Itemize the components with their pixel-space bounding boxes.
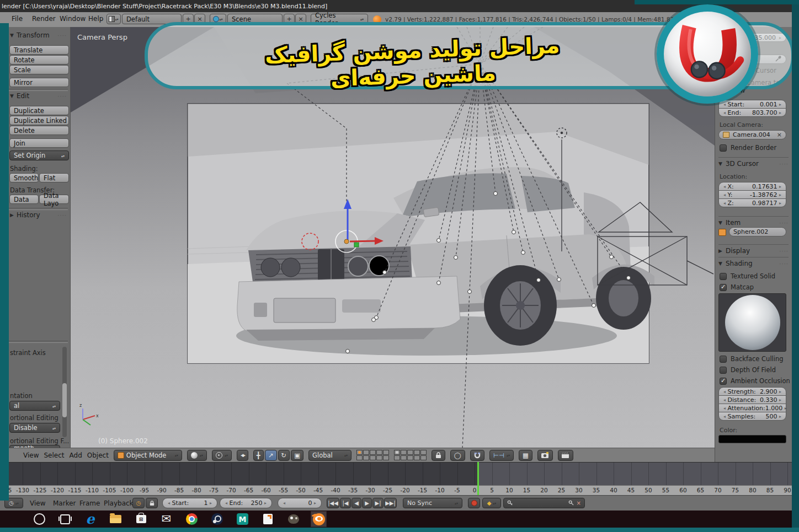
snap-target-icon[interactable]: ▦ — [519, 450, 532, 461]
join-button[interactable]: Join — [9, 138, 69, 148]
duplicate-button[interactable]: Duplicate — [9, 106, 69, 115]
lock-to-scene-icon[interactable] — [432, 450, 445, 461]
render-animation-icon[interactable] — [558, 450, 573, 461]
timeline-menu-marker[interactable]: Marker — [53, 499, 76, 507]
render-border-checkbox[interactable]: Render Border — [720, 144, 776, 152]
operator-scrollbar-thumb[interactable] — [62, 383, 67, 417]
matcap-checkbox[interactable]: Matcap — [720, 283, 754, 291]
color-swatch[interactable] — [718, 435, 786, 443]
panel-item-header[interactable]: ▼Item···· — [718, 216, 789, 227]
record-button[interactable] — [468, 498, 480, 508]
taskbar-cortana-icon[interactable] — [32, 512, 47, 526]
timeline-ruler[interactable]: -135-130-125-120-115-110-105-100-95-90-8… — [0, 485, 799, 496]
item-name-field[interactable]: Sphere.002 — [729, 227, 786, 237]
frame-end-field[interactable]: ◂ End:250 ▸ — [220, 498, 272, 508]
viewport-menu-add[interactable]: Add — [70, 452, 82, 459]
checkbox-checked[interactable] — [720, 378, 727, 385]
delete-button[interactable]: Delete — [9, 126, 69, 135]
translate-button[interactable]: Translate — [9, 45, 69, 55]
clip-start-field[interactable]: ◂ Start:0.001 ▸ — [718, 100, 786, 109]
rotate-button[interactable]: Rotate — [9, 55, 69, 65]
data-button[interactable]: Data — [9, 195, 39, 204]
manipulator-scale-icon[interactable]: ▣ — [291, 450, 303, 461]
layers-grid-2[interactable] — [394, 450, 427, 460]
panel-history-header[interactable]: ▶History···· — [10, 211, 67, 219]
pivot-dropdown[interactable]: ▴▾ — [212, 450, 232, 461]
cursor-x-field[interactable]: ◂ X:0.17631 ▸ — [718, 182, 786, 191]
timeline-menu-view[interactable]: View — [30, 499, 45, 507]
scale-button[interactable]: Scale — [9, 65, 69, 74]
taskbar-blender-icon[interactable] — [311, 512, 326, 526]
manipulator-rotate-icon[interactable]: ↻ — [278, 450, 290, 461]
taskbar-mail-icon[interactable]: ✉ — [159, 512, 174, 526]
render-opengl-icon[interactable] — [537, 450, 553, 461]
panel-transform-header[interactable]: ▼Transform···· — [10, 31, 67, 39]
timeline-menu-playback[interactable]: Playback — [104, 499, 134, 507]
keying-set-dropdown[interactable]: ◆▴▾ — [482, 498, 501, 508]
taskbar-chrome-icon[interactable] — [184, 512, 199, 526]
proportional-dropdown[interactable]: Disable▴▾ — [9, 423, 60, 433]
local-camera-field[interactable]: Camera.004 × — [718, 130, 786, 139]
pivot-align-toggle[interactable]: ◂▸ — [237, 450, 248, 461]
viewport-shading-dropdown[interactable]: ▴▾ — [187, 450, 207, 461]
mode-dropdown[interactable]: Object Mode▴▾ — [114, 450, 182, 461]
next-keyframe-button[interactable]: ▶| — [372, 498, 383, 508]
checkbox-checked[interactable] — [720, 284, 727, 291]
set-origin-dropdown[interactable]: Set Origin▴▾ — [9, 151, 69, 160]
data-layout-button[interactable]: Data Layo — [39, 195, 69, 204]
orientation-dropdown[interactable]: Global▴▾ — [308, 450, 351, 461]
backface-culling-checkbox[interactable]: Backface Culling — [720, 355, 784, 363]
layers-grid-1[interactable] — [356, 450, 389, 460]
manipulator-axis-icon[interactable]: ╋ — [253, 450, 264, 461]
checkbox[interactable] — [720, 356, 727, 363]
current-frame-field[interactable]: ◂0 ▸ — [278, 498, 322, 508]
checkbox[interactable] — [720, 144, 727, 152]
lock-time-icon[interactable] — [146, 498, 158, 508]
timeline-playhead[interactable] — [477, 462, 479, 495]
checkbox[interactable] — [720, 273, 727, 280]
active-keying-set-field[interactable]: × — [503, 498, 585, 508]
duplicate-linked-button[interactable]: Duplicate Linked — [9, 116, 69, 125]
viewport-3d[interactable]: xz Camera Persp (0) Sphere.002 — [71, 27, 715, 448]
taskbar-file-explorer-icon[interactable] — [108, 512, 123, 526]
cursor-z-field[interactable]: ◂ Z:0.98717 ▸ — [718, 198, 786, 207]
menu-window[interactable]: Window — [60, 15, 86, 23]
jump-end-button[interactable]: ▶▶| — [384, 498, 397, 508]
panel-shading-header[interactable]: ▼Shading···· — [718, 257, 789, 267]
smooth-button[interactable]: Smooth — [9, 173, 39, 182]
ao-attenuation-field[interactable]: ◂ Attenuation:1.000 ▸ — [718, 404, 786, 412]
taskbar-task-view-icon[interactable] — [57, 512, 72, 526]
proportional-edit-icon[interactable]: ◯ — [450, 450, 465, 461]
mirror-button[interactable]: Mirror — [9, 78, 69, 87]
menu-file[interactable]: File — [12, 15, 23, 23]
panel-3d-cursor-header[interactable]: ▼3D Cursor···· — [718, 157, 789, 168]
menu-help[interactable]: Help — [88, 15, 103, 23]
sync-dropdown[interactable]: No Sync▴▾ — [403, 498, 462, 508]
viewport-menu-view[interactable]: View — [23, 452, 39, 459]
taskbar-steam-icon[interactable] — [210, 512, 225, 526]
menu-render[interactable]: Render — [32, 15, 56, 23]
jump-start-button[interactable]: |◀◀ — [327, 498, 339, 508]
timeline-menu-frame[interactable]: Frame — [79, 499, 100, 507]
flat-button[interactable]: Flat — [39, 173, 69, 182]
taskbar-edge-icon[interactable]: e — [83, 512, 98, 526]
taskbar-maya-icon[interactable]: M — [235, 512, 250, 526]
viewport-menu-object[interactable]: Object — [87, 452, 109, 459]
cursor-y-field[interactable]: ◂ Y:-1.38762 ▸ — [718, 190, 786, 199]
snap-element-dropdown[interactable]: ⊢⊣▴▾ — [489, 450, 514, 461]
orientation-dropdown[interactable]: al▴▾ — [9, 401, 60, 411]
panel-edit-header[interactable]: ▼Edit···· — [10, 92, 67, 100]
clip-end-field[interactable]: ◂ End:803.700 ▸ — [718, 108, 786, 117]
panel-display-header[interactable]: ▶Display···· — [718, 244, 789, 255]
preview-range-icon[interactable]: ◷ — [132, 498, 145, 508]
depth-of-field-checkbox[interactable]: Depth Of Field — [720, 366, 776, 374]
matcap-preview[interactable] — [718, 293, 786, 352]
layout-icon[interactable]: ▴▾ — [106, 14, 121, 24]
checkbox[interactable] — [720, 367, 727, 374]
frame-start-field[interactable]: ◂ Start:1 ▸ — [162, 498, 217, 508]
play-button[interactable]: ▶ — [362, 498, 372, 508]
play-reverse-button[interactable]: ◀ — [351, 498, 361, 508]
ao-strength-field[interactable]: ◂ Strength:2.900 ▸ — [718, 387, 786, 396]
viewport-menu-select[interactable]: Select — [44, 452, 64, 459]
ao-samples-field[interactable]: ◂ Samples:500 ▸ — [718, 412, 786, 421]
